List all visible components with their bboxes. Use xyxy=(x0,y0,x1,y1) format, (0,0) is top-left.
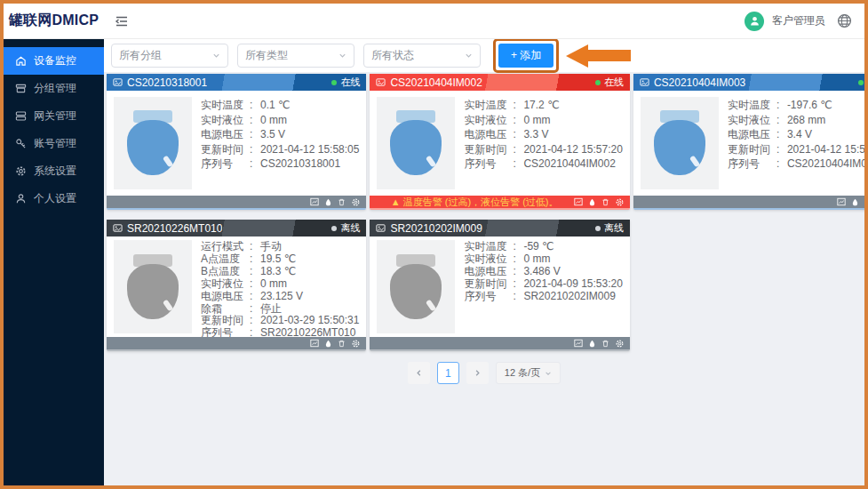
monitor-icon xyxy=(15,55,27,67)
card-body: 实时温度:0.1 ℃实时液位:0 mm电源电压:3.5 V更新时间:2021-0… xyxy=(107,91,366,196)
tank-image xyxy=(377,97,455,189)
device-id: CS20210318001 xyxy=(127,76,207,89)
sidebar-item-system[interactable]: 系统设置 xyxy=(4,157,104,185)
page-size-value: 12 条/页 xyxy=(505,366,540,380)
trash-icon[interactable] xyxy=(601,340,609,348)
sidebar-item-account[interactable]: 账号管理 xyxy=(4,130,104,157)
sidebar-item-label: 系统设置 xyxy=(34,164,76,179)
page-size-select[interactable]: 12 条/页 xyxy=(496,362,561,384)
drop-icon[interactable] xyxy=(588,340,596,348)
user-name[interactable]: 客户管理员 xyxy=(772,13,825,28)
alarm-text: ▲ 温度告警 (过高)，液位告警 (过低)。 xyxy=(375,196,573,208)
field-row: 实时温度:0.1 ℃ xyxy=(201,98,359,113)
drop-icon[interactable] xyxy=(324,340,332,348)
card-footer xyxy=(633,196,864,208)
gear-icon[interactable] xyxy=(351,339,361,349)
device-card[interactable]: CS20210404IM002 在线 实时温度:17.2 ℃实时液位:0 mm电… xyxy=(370,74,629,210)
field-row: 序列号:CS20210404IM002 xyxy=(464,156,622,172)
group-filter-value: 所有分组 xyxy=(119,48,162,63)
drop-icon[interactable] xyxy=(588,198,596,206)
field-row: 实时温度:-59 ℃ xyxy=(464,241,622,253)
filter-bar: 所有分组 所有类型 所有状态 + 添加 xyxy=(104,39,864,72)
status-label: 在线 xyxy=(340,76,360,89)
device-card[interactable]: SR20210202IM009 离线 实时温度:-59 ℃实时液位:0 mm电源… xyxy=(370,220,629,351)
card-body: 实时温度:17.2 ℃实时液位:0 mm电源电压:3.3 V更新时间:2021-… xyxy=(370,91,629,196)
next-page-button[interactable] xyxy=(466,362,489,384)
chart-icon[interactable] xyxy=(574,197,583,206)
chevron-right-icon xyxy=(474,369,482,377)
field-row: 序列号:CS20210318001 xyxy=(201,156,359,172)
personal-icon xyxy=(15,193,27,204)
sidebar-item-gateway[interactable]: 网关管理 xyxy=(4,102,104,130)
field-row: 实时温度:-197.6 ℃ xyxy=(728,98,864,113)
chart-icon[interactable] xyxy=(310,339,319,348)
sidebar-item-group[interactable]: 分组管理 xyxy=(4,75,104,102)
group-filter-select[interactable]: 所有分组 xyxy=(111,44,228,68)
field-row: 实时液位:0 mm xyxy=(201,113,359,128)
tank-image xyxy=(114,97,192,189)
system-icon xyxy=(15,165,27,177)
device-image-icon xyxy=(113,77,123,87)
card-footer xyxy=(107,337,366,349)
trash-icon[interactable] xyxy=(338,340,346,348)
gear-icon[interactable] xyxy=(351,197,361,207)
field-row: 序列号:SR20210202IM009 xyxy=(464,291,622,303)
field-row: 运行模式:手动 xyxy=(201,241,359,253)
device-card[interactable]: CS20210404IM003 在线 实时温度:-197.6 ℃实时液位:268… xyxy=(633,74,864,210)
trash-icon[interactable] xyxy=(338,198,346,206)
field-row: 更新时间:2021-04-09 15:53:20 xyxy=(464,278,622,291)
field-row: 更新时间:2021-03-29 15:50:31 xyxy=(201,315,359,327)
status-badge: 离线 xyxy=(331,221,360,235)
field-row: A点温度:19.5 ℃ xyxy=(201,253,359,266)
chart-icon[interactable] xyxy=(310,197,319,206)
status-dot xyxy=(331,80,337,85)
device-card[interactable]: SR20210226MT010 离线 运行模式:手动A点温度:19.5 ℃B点温… xyxy=(107,220,366,351)
card-header: CS20210404IM003 在线 xyxy=(633,74,864,91)
annotation-pointer-arrow xyxy=(566,44,631,68)
field-row: 除霜:停止 xyxy=(201,303,359,316)
device-fields: 实时温度:0.1 ℃实时液位:0 mm电源电压:3.5 V更新时间:2021-0… xyxy=(201,97,359,189)
language-globe-icon[interactable] xyxy=(837,13,852,28)
field-row: 电源电压:3.5 V xyxy=(201,127,359,142)
device-card[interactable]: CS20210318001 在线 实时温度:0.1 ℃实时液位:0 mm电源电压… xyxy=(107,74,366,210)
card-body: 运行模式:手动A点温度:19.5 ℃B点温度:18.3 ℃实时液位:0 mm电源… xyxy=(107,236,366,337)
account-icon xyxy=(15,138,27,149)
device-image-icon xyxy=(113,223,123,233)
page-number-1[interactable]: 1 xyxy=(437,362,459,384)
prev-page-button[interactable] xyxy=(408,362,430,384)
sidebar-item-personal[interactable]: 个人设置 xyxy=(4,185,104,212)
device-id: CS20210404IM003 xyxy=(654,76,745,89)
drop-icon[interactable] xyxy=(851,198,859,206)
type-filter-select[interactable]: 所有类型 xyxy=(237,44,354,68)
status-badge: 离线 xyxy=(595,221,624,235)
gear-icon[interactable] xyxy=(615,197,625,207)
status-label: 在线 xyxy=(604,76,624,89)
field-row: 更新时间:2021-04-12 15:58:05 xyxy=(201,142,359,157)
field-row: 实时温度:17.2 ℃ xyxy=(464,98,622,113)
user-avatar[interactable] xyxy=(745,12,764,31)
chevron-down-icon xyxy=(212,52,220,60)
tank-image xyxy=(377,240,455,333)
chart-icon[interactable] xyxy=(574,339,583,348)
main-content: 所有分组 所有类型 所有状态 + 添加 xyxy=(104,39,864,485)
gear-icon[interactable] xyxy=(615,339,625,349)
field-row: 电源电压:3.3 V xyxy=(464,127,622,142)
sidebar-collapse-icon[interactable] xyxy=(115,14,129,28)
device-id: SR20210202IM009 xyxy=(390,222,482,235)
drop-icon[interactable] xyxy=(324,198,332,206)
app-logo: 罐联网DMICP xyxy=(4,12,104,30)
status-badge: 在线 xyxy=(331,76,360,89)
field-row: 电源电压:3.486 V xyxy=(464,266,622,278)
status-dot xyxy=(858,80,864,85)
sidebar-item-monitor[interactable]: 设备监控 xyxy=(4,47,104,75)
device-id: SR20210226MT010 xyxy=(127,222,222,235)
field-row: 实时液位:0 mm xyxy=(201,278,359,291)
sidebar-item-label: 网关管理 xyxy=(34,108,76,124)
chevron-down-icon xyxy=(338,52,346,60)
chart-icon[interactable] xyxy=(837,197,846,206)
device-fields: 运行模式:手动A点温度:19.5 ℃B点温度:18.3 ℃实时液位:0 mm电源… xyxy=(201,240,359,333)
field-row: 电源电压:3.4 V xyxy=(728,127,864,142)
status-filter-select[interactable]: 所有状态 xyxy=(363,44,481,68)
trash-icon[interactable] xyxy=(601,198,609,206)
add-device-button[interactable]: + 添加 xyxy=(498,44,553,68)
